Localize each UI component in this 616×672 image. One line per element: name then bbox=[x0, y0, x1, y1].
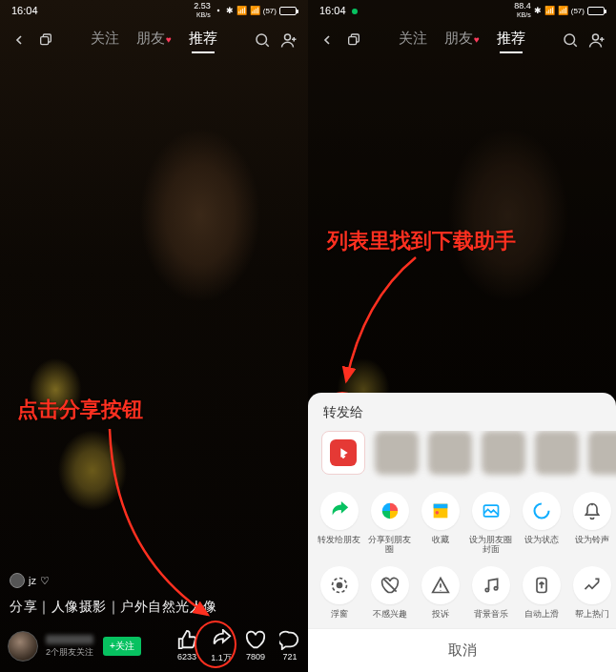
fav-count: 7809 bbox=[246, 652, 265, 662]
boost-trending[interactable]: 帮上热门 bbox=[566, 566, 616, 619]
annotation-text: 点击分享按钮 bbox=[17, 396, 143, 424]
feed-tabs: 关注 朋友♥ 推荐 bbox=[63, 30, 245, 51]
phone-left: 16:04 2.53 KB/s ✱ 📶 📶 (57) bbox=[0, 0, 308, 672]
author-avatar[interactable] bbox=[8, 631, 38, 662]
report[interactable]: 投诉 bbox=[415, 566, 465, 619]
add-friend-icon[interactable] bbox=[587, 31, 606, 49]
top-nav: 关注 朋友♥ 推荐 bbox=[0, 21, 308, 59]
add-friend-icon[interactable] bbox=[279, 31, 298, 49]
status-time: 16:04 bbox=[11, 5, 38, 16]
contact-avatar[interactable] bbox=[375, 431, 419, 475]
share-contacts-row[interactable] bbox=[308, 431, 616, 486]
tab-friends[interactable]: 朋友♥ bbox=[136, 30, 172, 51]
caption-area: jz ♡ 分享｜人像摄影｜户外自然光人像 bbox=[10, 573, 298, 617]
svg-point-11 bbox=[337, 582, 341, 587]
tab-recommend[interactable]: 推荐 bbox=[189, 30, 217, 51]
window-icon[interactable] bbox=[36, 32, 55, 48]
set-status[interactable]: 设为状态 bbox=[516, 492, 566, 555]
contact-avatar[interactable] bbox=[428, 431, 472, 475]
share-button[interactable]: 1.1万 bbox=[211, 629, 232, 664]
tab-follow[interactable]: 关注 bbox=[399, 30, 427, 51]
like-button[interactable]: 6233 bbox=[176, 629, 197, 664]
contact-avatar[interactable] bbox=[535, 431, 579, 475]
float-window[interactable]: 浮窗 bbox=[314, 566, 364, 619]
favorite[interactable]: 收藏 bbox=[415, 492, 465, 555]
share-actions-row-2: 浮窗 不感兴趣 投诉 背景音乐 自动上滑 bbox=[308, 560, 616, 624]
status-bar: 16:04 2.53 KB/s ✱ 📶 📶 (57) bbox=[0, 0, 308, 21]
action-bar: 2个朋友关注 +关注 6233 1.1万 7809 721 bbox=[0, 621, 308, 672]
background-music[interactable]: 背景音乐 bbox=[465, 566, 516, 619]
svg-point-9 bbox=[534, 503, 548, 518]
author-name: jz bbox=[29, 575, 36, 586]
svg-point-7 bbox=[435, 511, 439, 515]
share-to-friend[interactable]: 转发给朋友 bbox=[314, 492, 364, 555]
feed-photo bbox=[0, 0, 308, 672]
friends-following: 2个朋友关注 bbox=[46, 646, 93, 659]
author-line[interactable]: jz ♡ bbox=[10, 573, 298, 588]
status-icons: 2.53 KB/s ✱ 📶 📶 (57) bbox=[194, 2, 297, 19]
notification-dot bbox=[352, 9, 358, 14]
heart-icon: ♥ bbox=[166, 34, 172, 45]
comment-button[interactable]: 721 bbox=[279, 629, 300, 664]
set-moments-cover[interactable]: 设为朋友圈封面 bbox=[465, 492, 516, 555]
share-actions-row-1: 转发给朋友 分享到朋友圈 收藏 设为朋友圈封面 设为状态 bbox=[308, 486, 616, 560]
contact-avatar[interactable] bbox=[482, 431, 525, 475]
top-nav: 关注 朋友♥ 推荐 bbox=[308, 21, 616, 59]
window-icon[interactable] bbox=[344, 32, 363, 48]
phone-right: 16:04 88.4 KB/s ✱📶📶 (57) 关注 朋友♥ 推 bbox=[308, 0, 616, 672]
back-icon[interactable] bbox=[10, 32, 29, 48]
status-bar: 16:04 88.4 KB/s ✱📶📶 (57) bbox=[308, 0, 616, 21]
contact-avatar[interactable] bbox=[588, 431, 616, 475]
svg-point-12 bbox=[485, 588, 488, 591]
svg-rect-4 bbox=[349, 37, 357, 45]
status-icons: 88.4 KB/s ✱📶📶 (57) bbox=[514, 2, 605, 19]
search-icon[interactable] bbox=[561, 31, 580, 49]
auto-scroll[interactable]: 自动上滑 bbox=[516, 566, 566, 619]
share-sheet-title: 转发给 bbox=[308, 404, 616, 431]
set-ringtone[interactable]: 设为铃声 bbox=[566, 492, 616, 555]
svg-point-13 bbox=[494, 586, 497, 589]
fav-button[interactable]: 7809 bbox=[245, 629, 266, 664]
follow-button[interactable]: +关注 bbox=[103, 637, 141, 656]
share-count: 1.1万 bbox=[211, 652, 232, 664]
svg-point-3 bbox=[285, 34, 291, 40]
annotation-text: 列表里找到下载助手 bbox=[327, 227, 516, 255]
author-name-blur bbox=[46, 635, 93, 644]
svg-point-6 bbox=[593, 34, 599, 40]
author-avatar-small bbox=[10, 573, 25, 588]
svg-rect-1 bbox=[41, 37, 49, 45]
heart-icon: ♡ bbox=[40, 575, 50, 587]
comment-count: 721 bbox=[282, 652, 297, 662]
tab-follow[interactable]: 关注 bbox=[91, 30, 119, 51]
cancel-button[interactable]: 取消 bbox=[308, 628, 616, 672]
search-icon[interactable] bbox=[253, 31, 272, 49]
tab-recommend[interactable]: 推荐 bbox=[497, 30, 525, 51]
download-helper-app[interactable] bbox=[321, 431, 365, 475]
caption-text: 分享｜人像摄影｜户外自然光人像 bbox=[10, 598, 298, 617]
svg-point-2 bbox=[257, 34, 267, 45]
share-to-moments[interactable]: 分享到朋友圈 bbox=[364, 492, 415, 555]
svg-point-5 bbox=[565, 34, 575, 45]
like-count: 6233 bbox=[177, 652, 196, 662]
not-interested[interactable]: 不感兴趣 bbox=[364, 566, 415, 619]
status-time: 16:04 bbox=[319, 5, 358, 16]
back-icon[interactable] bbox=[318, 32, 337, 48]
svg-point-0 bbox=[217, 10, 220, 12]
share-sheet: 转发给 转发给朋友 分 bbox=[308, 393, 616, 672]
tab-friends[interactable]: 朋友♥ bbox=[444, 30, 480, 51]
